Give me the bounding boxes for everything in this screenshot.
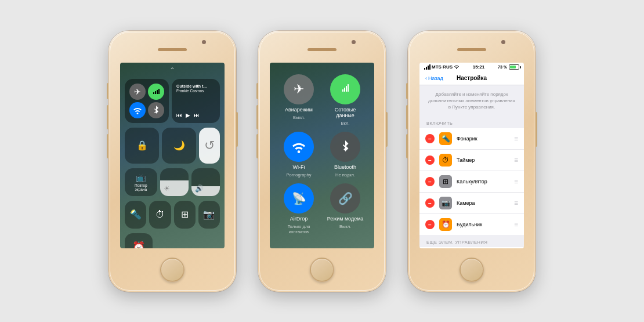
bar4 [158, 89, 160, 94]
cc-connectivity-panel: ✈ [125, 79, 169, 123]
calculator-btn[interactable]: ⊞ [174, 201, 196, 229]
status-bar: MTS RUS 15:21 73 % [419, 63, 524, 72]
drag-indicator: ⌃ [120, 63, 225, 74]
remove-flashlight-btn[interactable]: − [425, 134, 435, 143]
rotation-lock-btn[interactable]: ↺ [199, 128, 220, 164]
sb2 [426, 67, 427, 70]
music-info: Outside with t... Frankie Cosmos [176, 84, 215, 94]
screen-lock-btn[interactable]: 🔒 [125, 128, 159, 164]
home-button-3[interactable] [460, 258, 484, 282]
airplane-mode-btn[interactable]: ✈ [129, 84, 146, 100]
list-item[interactable]: − ⊞ Калькулятор ≡ [419, 171, 524, 193]
carrier-text: MTS RUS [432, 64, 453, 70]
bluetooth-btn[interactable] [148, 102, 164, 118]
volume-up-button-3[interactable] [406, 105, 408, 129]
mute-button-3[interactable] [406, 83, 408, 99]
cc2-wifi-cell[interactable]: Wi-Fi Pornography [278, 132, 319, 178]
cc2-hotspot-icon: 🔗 [330, 183, 360, 214]
cc2-bluetooth-label: Bluetooth [334, 164, 356, 170]
cc2-bluetooth-sublabel: Не подкл. [335, 172, 355, 178]
volume-down-button-3[interactable] [406, 134, 408, 158]
cc2-bluetooth-cell[interactable]: Bluetooth Не подкл. [325, 132, 366, 178]
sb4 [429, 64, 430, 70]
earpiece-speaker [158, 48, 187, 51]
remove-camera-btn[interactable]: − [425, 198, 435, 208]
sleep-wake-button[interactable] [236, 112, 238, 147]
drag-handle-calculator[interactable]: ≡ [514, 178, 518, 186]
drag-handle-camera[interactable]: ≡ [514, 199, 518, 207]
remove-timer-btn[interactable]: − [425, 155, 435, 165]
signal-bars-icon [424, 64, 430, 70]
next-track-btn[interactable]: ⏭ [194, 112, 200, 118]
list-item[interactable]: − ⏰ Будильник ≡ [419, 214, 524, 235]
cc-middle-row: 🔒 🌙 ↺ [120, 125, 225, 166]
home-button-2[interactable] [310, 258, 334, 282]
wifi-status-icon [454, 64, 460, 70]
volume-up-button-2[interactable] [256, 105, 258, 129]
wifi-btn[interactable] [129, 102, 146, 118]
cc2-hotspot-cell[interactable]: 🔗 Режим модема Выкл. [325, 183, 366, 234]
sleep-wake-button-3[interactable] [536, 112, 537, 147]
cc2-airdrop-cell[interactable]: 📡 AirDrop Только дляконтактов [278, 183, 319, 234]
battery-area: 73 % [498, 64, 519, 70]
list-item[interactable]: − 🔦 Фонарик ≡ [419, 128, 524, 150]
drag-handle-timer[interactable]: ≡ [514, 156, 518, 164]
screen-mirror-label: Повторэкрана [135, 183, 147, 191]
phone-bottom-bezel-2 [310, 248, 334, 292]
list-item[interactable]: + ♿ Гид-доступ [419, 247, 524, 248]
cc-music-panel[interactable]: Outside with t... Frankie Cosmos ⏮ ▶ ⏭ [172, 79, 220, 123]
mute-button-2[interactable] [256, 83, 258, 99]
back-chevron-icon: ‹ [425, 75, 427, 81]
timer-icon: ⏱ [439, 154, 452, 167]
flashlight-label: Фонарик [457, 136, 509, 142]
cellular-signal-icon [342, 87, 349, 92]
phone-1: ⌃ ✈ [108, 31, 236, 292]
volume-down-button-2[interactable] [256, 134, 258, 158]
alarm-btn[interactable]: ⏰ [125, 233, 153, 248]
do-not-disturb-btn[interactable]: 🌙 [162, 128, 196, 164]
screen-1: ⌃ ✈ [120, 63, 225, 248]
play-pause-btn[interactable]: ▶ [186, 112, 190, 118]
cbar2 [344, 88, 345, 92]
back-button[interactable]: ‹ Назад [425, 75, 443, 81]
timer-btn[interactable]: ⏱ [149, 201, 171, 229]
cc-top-row: ✈ [120, 74, 225, 125]
screen-mirror-btn[interactable]: 📺 Повторэкрана [125, 168, 157, 196]
prev-track-btn[interactable]: ⏮ [176, 112, 182, 118]
signal-icon [153, 89, 160, 94]
include-list: − 🔦 Фонарик ≡ − ⏱ Таймер ≡ − ⊞ Калькулят… [419, 128, 524, 235]
cc2-cellular-sublabel: Вкл. [341, 121, 350, 126]
cc2-cellular-label: Сотовые данные [325, 107, 366, 118]
flashlight-btn[interactable]: 🔦 [125, 201, 146, 229]
cc2-wifi-label: Wi-Fi [293, 164, 305, 170]
phone-top-bezel-2 [258, 31, 386, 63]
list-item[interactable]: − 📷 Камера ≡ [419, 193, 524, 214]
cc2-cellular-cell[interactable]: Сотовые данные Вкл. [325, 74, 366, 126]
drag-handle-alarm[interactable]: ≡ [514, 220, 518, 229]
home-button-1[interactable] [160, 258, 184, 282]
settings-nav-bar: ‹ Назад Настройка [419, 72, 524, 85]
music-artist: Frankie Cosmos [176, 89, 215, 93]
remove-alarm-btn[interactable]: − [425, 220, 435, 229]
cellular-btn[interactable] [148, 84, 164, 100]
phone-bottom-bezel [160, 248, 184, 292]
brightness-slider[interactable]: ☀ [160, 168, 189, 196]
drag-handle-flashlight[interactable]: ≡ [514, 135, 518, 143]
cc2-airplane-cell[interactable]: ✈ Авиарежим Выкл. [278, 74, 319, 126]
cc-slider-row: 📺 Повторэкрана ☀ 🔊 [120, 166, 225, 198]
remove-calculator-btn[interactable]: − [425, 177, 435, 186]
carrier-label: MTS RUS [424, 64, 460, 70]
sleep-wake-button-2[interactable] [386, 112, 388, 147]
volume-slider[interactable]: 🔊 [191, 168, 220, 196]
camera-btn[interactable]: 📷 [198, 201, 220, 229]
bar3 [157, 90, 158, 94]
volume-down-button[interactable] [107, 134, 108, 158]
mute-button[interactable] [107, 83, 108, 99]
more-section-header: ЕЩЕ ЭЛЕМ. УПРАВЛЕНИЯ [419, 235, 524, 247]
flashlight-icon: 🔦 [439, 132, 452, 145]
cc2-grid: ✈ Авиарежим Выкл. Сотовые данные [270, 63, 374, 240]
list-item[interactable]: − ⏱ Таймер ≡ [419, 150, 524, 171]
volume-up-button[interactable] [107, 105, 108, 129]
cc2-airdrop-label: AirDrop [290, 216, 308, 222]
earpiece-speaker-2 [307, 48, 337, 51]
